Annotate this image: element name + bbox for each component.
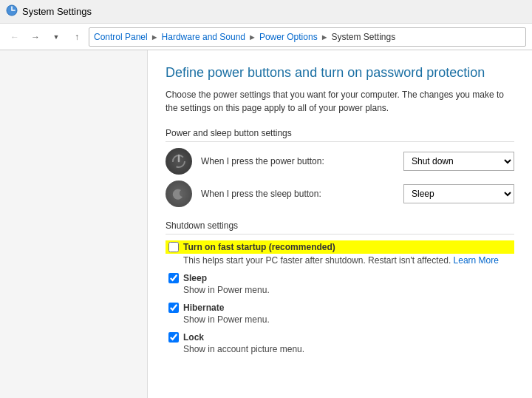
- fast-startup-checkbox[interactable]: [168, 242, 179, 252]
- hibernate-item: Hibernate Show in Power menu.: [166, 303, 514, 325]
- sleep-checkbox[interactable]: [168, 273, 179, 283]
- breadcrumb-power-options[interactable]: Power Options: [259, 32, 318, 42]
- lock-checkbox[interactable]: [168, 332, 179, 343]
- lock-item-description: Show in account picture menu.: [183, 344, 514, 354]
- page-description: Choose the power settings that you want …: [166, 88, 505, 115]
- app-icon: [6, 4, 18, 18]
- recent-button[interactable]: ▼: [47, 28, 65, 46]
- sleep-item-label[interactable]: Sleep: [183, 273, 207, 283]
- fast-startup-row: Turn on fast startup (recommended): [166, 240, 514, 254]
- hibernate-checkbox[interactable]: [168, 303, 179, 313]
- fast-startup-item: Turn on fast startup (recommended) This …: [166, 240, 514, 266]
- shutdown-section-header: Shutdown settings: [166, 220, 514, 235]
- title-bar: System Settings: [0, 0, 532, 24]
- address-bar: ← → ▼ ↑ Control Panel ► Hardware and Sou…: [0, 24, 532, 50]
- sleep-item-description: Show in Power menu.: [183, 285, 514, 295]
- forward-button[interactable]: →: [27, 28, 44, 46]
- breadcrumb-hardware-sound[interactable]: Hardware and Sound: [162, 32, 245, 42]
- sleep-button-icon: [166, 181, 192, 207]
- hibernate-item-description: Show in Power menu.: [183, 314, 514, 325]
- hibernate-item-label[interactable]: Hibernate: [183, 303, 224, 313]
- up-button[interactable]: ↑: [68, 28, 86, 46]
- lock-item-label[interactable]: Lock: [183, 332, 204, 343]
- power-button-label: When I press the power button:: [201, 156, 395, 166]
- fast-startup-description: This helps start your PC faster after sh…: [183, 255, 514, 266]
- sleep-checkbox-row: Sleep: [168, 273, 514, 283]
- sidebar: [0, 50, 148, 398]
- sleep-button-row: When I press the sleep button: Do nothin…: [166, 181, 514, 207]
- breadcrumb: Control Panel ► Hardware and Sound ► Pow…: [89, 27, 526, 47]
- learn-more-link[interactable]: Learn More: [454, 255, 499, 266]
- breadcrumb-sep-1: ►: [151, 33, 159, 41]
- content-area: Define power buttons and turn on passwor…: [148, 50, 532, 398]
- breadcrumb-current: System Settings: [332, 32, 396, 42]
- lock-checkbox-row: Lock: [168, 332, 514, 343]
- power-button-settings: Power and sleep button settings When I p…: [166, 128, 514, 207]
- shutdown-settings: Shutdown settings Turn on fast startup (…: [166, 220, 514, 354]
- breadcrumb-sep-3: ►: [321, 33, 329, 41]
- hibernate-checkbox-row: Hibernate: [168, 303, 514, 313]
- breadcrumb-sep-2: ►: [248, 33, 256, 41]
- breadcrumb-control-panel[interactable]: Control Panel: [94, 32, 148, 42]
- title-bar-text: System Settings: [22, 6, 92, 17]
- power-button-dropdown[interactable]: Do nothing Sleep Hibernate Shut down Tur…: [403, 152, 514, 171]
- main-layout: Define power buttons and turn on passwor…: [0, 50, 532, 398]
- sleep-button-dropdown[interactable]: Do nothing Sleep Hibernate Shut down Tur…: [403, 184, 514, 203]
- sleep-item: Sleep Show in Power menu.: [166, 273, 514, 295]
- sleep-button-label: When I press the sleep button:: [201, 189, 395, 199]
- power-section-header: Power and sleep button settings: [166, 128, 514, 142]
- power-button-icon: [166, 148, 192, 175]
- back-button[interactable]: ←: [6, 28, 24, 46]
- fast-startup-label[interactable]: Turn on fast startup (recommended): [183, 242, 335, 252]
- page-title: Define power buttons and turn on passwor…: [166, 65, 514, 81]
- lock-item: Lock Show in account picture menu.: [166, 332, 514, 354]
- power-button-row: When I press the power button: Do nothin…: [166, 148, 514, 175]
